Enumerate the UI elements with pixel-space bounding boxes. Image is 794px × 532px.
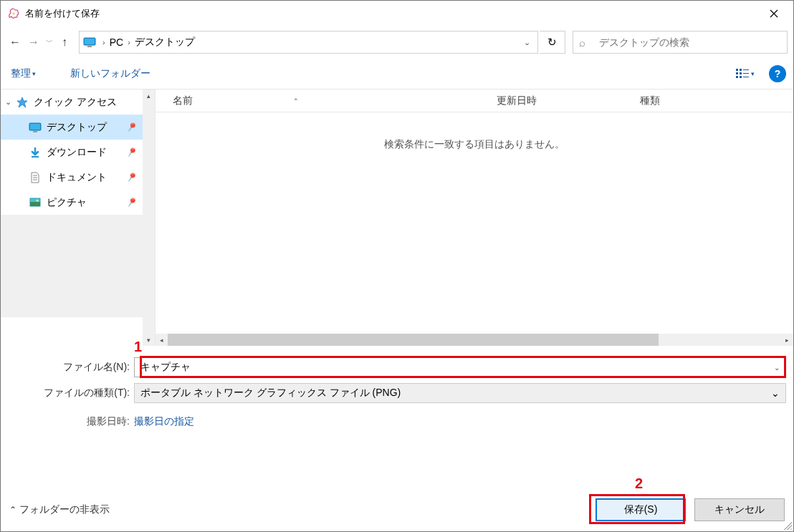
svg-rect-14 bbox=[30, 124, 40, 130]
breadcrumb-separator-icon: › bbox=[126, 38, 132, 47]
shoot-date-label: 撮影日時: bbox=[8, 415, 134, 428]
filename-input[interactable]: キャプチャ ⌄ bbox=[134, 357, 786, 377]
pin-icon: 📍 bbox=[123, 195, 139, 210]
search-icon: ⌕ bbox=[579, 37, 592, 49]
sidebar-item-documents[interactable]: ドキュメント 📍 bbox=[1, 165, 143, 190]
app-icon bbox=[6, 6, 21, 21]
download-arrow-icon bbox=[28, 147, 42, 158]
sidebar-item-label: ドキュメント bbox=[47, 171, 107, 184]
title-bar: 名前を付けて保存 bbox=[1, 1, 793, 26]
chevron-down-icon[interactable]: ⌄ bbox=[774, 364, 780, 372]
save-button[interactable]: 保存(S) bbox=[596, 498, 686, 521]
filetype-label: ファイルの種類(T): bbox=[8, 387, 134, 400]
sidebar-scrollbar[interactable]: ▴ ▾ bbox=[143, 90, 155, 346]
svg-rect-3 bbox=[87, 46, 92, 47]
toolbar: 整理▾ 新しいフォルダー ▾ ? bbox=[1, 58, 793, 90]
breadcrumb-pc[interactable]: PC bbox=[107, 37, 126, 48]
filename-row: ファイル名(N): キャプチャ ⌄ 1 bbox=[8, 354, 786, 380]
star-icon bbox=[15, 97, 29, 108]
sidebar-item-pictures[interactable]: ピクチャ 📍 bbox=[1, 190, 143, 215]
close-icon bbox=[770, 9, 778, 18]
sidebar-item-quick-access[interactable]: ⌄ クイック アクセス bbox=[1, 90, 143, 115]
scroll-thumb[interactable] bbox=[168, 334, 659, 346]
svg-rect-5 bbox=[736, 72, 738, 74]
up-button[interactable]: ↑ bbox=[56, 32, 73, 52]
monitor-icon bbox=[28, 122, 42, 132]
navigation-row: ← → ﹀ ↑ › PC › デスクトップ ⌄ ↻ ⌕ bbox=[1, 26, 793, 58]
search-input[interactable] bbox=[599, 37, 781, 48]
column-name[interactable]: 名前⌃ bbox=[156, 95, 479, 107]
filetype-row: ファイルの種類(T): ポータブル ネットワーク グラフィックス ファイル (P… bbox=[8, 380, 786, 406]
shoot-date-row: 撮影日時: 撮影日の指定 bbox=[8, 406, 786, 437]
svg-rect-6 bbox=[736, 76, 738, 78]
scroll-left-icon[interactable]: ◂ bbox=[156, 334, 168, 346]
organize-menu[interactable]: 整理▾ bbox=[8, 64, 39, 83]
svg-point-22 bbox=[37, 200, 39, 202]
chevron-up-icon: ⌃ bbox=[9, 505, 16, 515]
svg-point-0 bbox=[13, 13, 15, 15]
address-bar[interactable]: › PC › デスクトップ ⌄ bbox=[79, 31, 538, 54]
column-date[interactable]: 更新日時 bbox=[479, 95, 623, 107]
sidebar: ⌄ クイック アクセス デスクトップ 📍 ダウンロード 📍 ドキュメント 📍 bbox=[1, 90, 155, 346]
cancel-button[interactable]: キャンセル bbox=[694, 498, 785, 521]
horizontal-scrollbar[interactable]: ◂ ▸ bbox=[156, 334, 793, 346]
column-headers: 名前⌃ 更新日時 種類 bbox=[156, 90, 793, 112]
filename-label: ファイル名(N): bbox=[8, 361, 134, 374]
close-button[interactable] bbox=[757, 3, 790, 24]
svg-rect-15 bbox=[33, 131, 37, 132]
sidebar-item-label: ダウンロード bbox=[47, 146, 107, 159]
scroll-up-icon[interactable]: ▴ bbox=[143, 90, 155, 102]
hide-folders-toggle[interactable]: ⌃ フォルダーの非表示 bbox=[9, 503, 110, 516]
hide-folders-label: フォルダーの非表示 bbox=[19, 503, 110, 516]
resize-grip[interactable] bbox=[783, 521, 792, 530]
search-box[interactable]: ⌕ bbox=[573, 31, 788, 54]
new-folder-button[interactable]: 新しいフォルダー bbox=[67, 64, 153, 83]
chevron-down-icon[interactable]: ⌄ bbox=[771, 387, 780, 399]
picture-icon bbox=[28, 198, 42, 207]
location-monitor-icon bbox=[82, 37, 97, 48]
filetype-select[interactable]: ポータブル ネットワーク グラフィックス ファイル (PNG) ⌄ bbox=[134, 383, 786, 403]
scroll-down-icon[interactable]: ▾ bbox=[143, 334, 155, 346]
svg-rect-2 bbox=[85, 39, 95, 44]
view-details-icon bbox=[735, 68, 750, 79]
breadcrumb-separator-icon: › bbox=[101, 38, 107, 47]
expander-icon[interactable]: ⌄ bbox=[5, 97, 15, 107]
recent-dropdown[interactable]: ﹀ bbox=[44, 32, 54, 52]
scroll-right-icon[interactable]: ▸ bbox=[781, 334, 793, 346]
forward-button: → bbox=[25, 32, 42, 52]
help-button[interactable]: ? bbox=[769, 65, 786, 82]
filetype-value: ポータブル ネットワーク グラフィックス ファイル (PNG) bbox=[140, 387, 401, 400]
svg-rect-4 bbox=[736, 69, 738, 71]
pin-icon: 📍 bbox=[123, 120, 139, 135]
sidebar-item-label: クイック アクセス bbox=[34, 96, 117, 109]
filename-value: キャプチャ bbox=[140, 361, 191, 374]
svg-rect-9 bbox=[740, 76, 742, 78]
back-button[interactable]: ← bbox=[6, 32, 24, 52]
column-type[interactable]: 種類 bbox=[623, 95, 793, 107]
specify-date-link[interactable]: 撮影日の指定 bbox=[134, 415, 194, 428]
refresh-button[interactable]: ↻ bbox=[540, 31, 565, 54]
document-icon bbox=[28, 172, 42, 183]
sidebar-item-desktop[interactable]: デスクトップ 📍 bbox=[1, 115, 143, 140]
view-options-button[interactable]: ▾ bbox=[732, 67, 757, 81]
pin-icon: 📍 bbox=[123, 170, 139, 185]
sidebar-filler bbox=[1, 215, 143, 317]
window-title: 名前を付けて保存 bbox=[25, 7, 757, 20]
breadcrumb-desktop[interactable]: デスクトップ bbox=[132, 36, 198, 49]
empty-message: 検索条件に一致する項目はありません。 bbox=[156, 138, 793, 151]
main-area: ⌄ クイック アクセス デスクトップ 📍 ダウンロード 📍 ドキュメント 📍 bbox=[1, 90, 793, 346]
footer: ⌃ フォルダーの非表示 保存(S) キャンセル 2 bbox=[1, 488, 793, 531]
svg-rect-7 bbox=[740, 69, 742, 71]
sidebar-item-label: ピクチャ bbox=[47, 196, 87, 209]
pin-icon: 📍 bbox=[123, 145, 139, 160]
sort-indicator-icon: ⌃ bbox=[293, 97, 299, 105]
scroll-track[interactable] bbox=[168, 334, 781, 346]
svg-rect-21 bbox=[30, 202, 40, 206]
svg-rect-8 bbox=[740, 72, 742, 74]
address-dropdown[interactable]: ⌄ bbox=[519, 38, 535, 47]
sidebar-item-downloads[interactable]: ダウンロード 📍 bbox=[1, 140, 143, 165]
sidebar-item-label: デスクトップ bbox=[47, 121, 107, 134]
annotation-label-2: 2 bbox=[635, 475, 643, 492]
file-list: 名前⌃ 更新日時 種類 検索条件に一致する項目はありません。 ◂ ▸ bbox=[155, 90, 793, 346]
form-area: ファイル名(N): キャプチャ ⌄ 1 ファイルの種類(T): ポータブル ネッ… bbox=[1, 346, 793, 437]
